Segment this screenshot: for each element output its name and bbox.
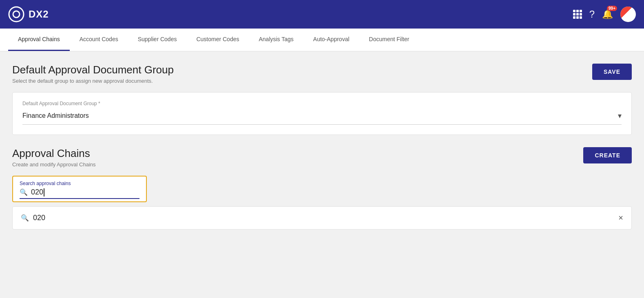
search-input-display[interactable]: 020 — [31, 188, 139, 196]
tab-supplier-codes[interactable]: Supplier Codes — [128, 29, 187, 51]
select-value[interactable]: Finance Administrators ▾ — [22, 110, 622, 125]
notification-icon[interactable]: 🔔 99+ — [602, 9, 613, 20]
search-icon: 🔍 — [20, 188, 28, 196]
tab-approval-chains[interactable]: Approval Chains — [8, 29, 70, 51]
tab-document-filter[interactable]: Document Filter — [359, 29, 419, 51]
header-left: DX2 — [8, 6, 49, 22]
avatar[interactable] — [620, 7, 636, 22]
header-right: ? 🔔 99+ — [573, 7, 636, 22]
main-content: Default Approval Document Group Select t… — [0, 51, 644, 242]
approval-chains-section: Approval Chains Create and modify Approv… — [12, 147, 632, 230]
grid-menu-icon[interactable] — [573, 10, 582, 19]
search-row: 🔍 020 — [20, 188, 139, 199]
search-full-icon: 🔍 — [21, 214, 29, 222]
search-approval-chains-box[interactable]: Search approval chains 🔍 020 — [12, 176, 147, 202]
app-logo-text: DX2 — [29, 9, 49, 20]
search-full-text: 020 — [33, 214, 45, 222]
default-group-header: Default Approval Document Group Select t… — [12, 64, 632, 84]
nav-tabs: Approval Chains Account Codes Supplier C… — [0, 29, 644, 51]
tab-account-codes[interactable]: Account Codes — [70, 29, 128, 51]
logo-icon — [8, 6, 24, 22]
tab-customer-codes[interactable]: Customer Codes — [186, 29, 249, 51]
tab-auto-approval[interactable]: Auto-Approval — [303, 29, 359, 51]
select-text: Finance Administrators — [22, 112, 89, 119]
notification-badge: 99+ — [607, 6, 617, 11]
approval-chains-subtitle: Create and modify Approval Chains — [12, 161, 96, 168]
default-group-card: Default Approval Document Group * Financ… — [12, 92, 632, 135]
save-button[interactable]: SAVE — [592, 64, 632, 80]
clear-search-icon[interactable]: × — [618, 213, 623, 223]
field-label: Default Approval Document Group * — [22, 101, 622, 106]
svg-point-0 — [9, 7, 24, 22]
search-full-left: 🔍 020 — [21, 214, 45, 222]
default-group-select[interactable]: Finance Administrators ▾ — [22, 110, 622, 125]
search-value: 020 — [31, 188, 43, 196]
svg-point-1 — [13, 11, 20, 18]
search-full-bar[interactable]: 🔍 020 × — [12, 206, 632, 230]
create-button[interactable]: CREATE — [583, 147, 632, 163]
approval-chains-title-area: Approval Chains Create and modify Approv… — [12, 147, 96, 168]
tab-analysis-tags[interactable]: Analysis Tags — [249, 29, 303, 51]
header: DX2 ? 🔔 99+ — [0, 0, 644, 29]
search-label: Search approval chains — [20, 181, 139, 186]
text-cursor — [44, 188, 44, 196]
approval-chains-title: Approval Chains — [12, 147, 96, 160]
default-group-title-area: Default Approval Document Group Select t… — [12, 64, 174, 84]
default-group-title: Default Approval Document Group — [12, 64, 174, 76]
chevron-down-icon: ▾ — [618, 111, 622, 120]
help-icon[interactable]: ? — [589, 9, 595, 20]
approval-chains-header: Approval Chains Create and modify Approv… — [12, 147, 632, 168]
default-group-subtitle: Select the default group to assign new a… — [12, 78, 174, 84]
